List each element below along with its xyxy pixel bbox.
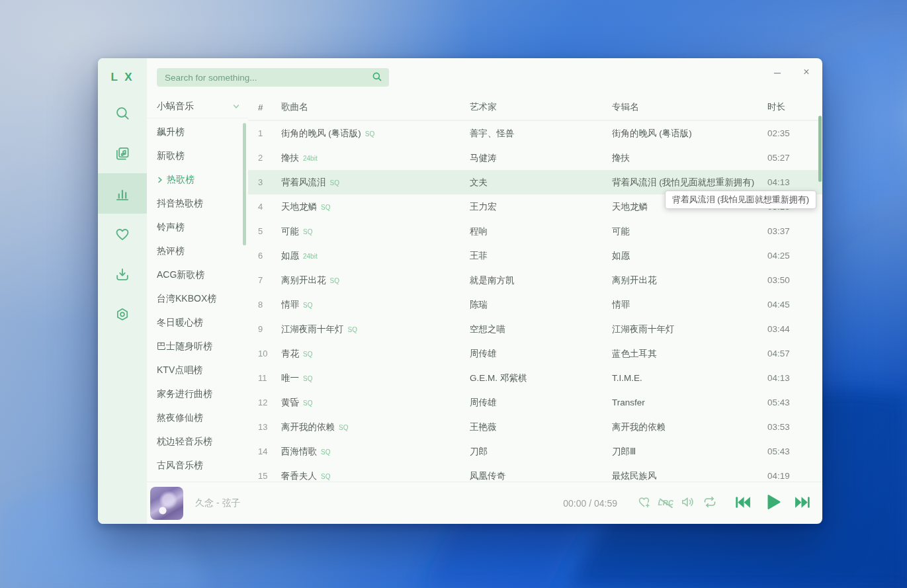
- board-list-item[interactable]: 台湾KKBOX榜: [147, 287, 248, 311]
- song-artist: 陈瑞: [470, 299, 612, 311]
- audio-quality-badge: 24bit: [303, 253, 318, 260]
- board-list-item[interactable]: 枕边轻音乐榜: [147, 430, 248, 454]
- song-name-cell: 天地龙鳞 SQ: [281, 201, 470, 213]
- song-artist: 空想之喵: [470, 323, 612, 335]
- song-album: 刀郎Ⅲ: [612, 446, 767, 458]
- song-artist: 就是南方凯: [470, 274, 612, 286]
- next-track-button[interactable]: [794, 493, 812, 513]
- previous-track-icon: [734, 493, 752, 513]
- nav-leaderboard-button[interactable]: [98, 173, 147, 214]
- song-row[interactable]: 7 离别开出花 SQ 就是南方凯 离别开出花 03:50: [248, 268, 822, 292]
- song-name-cell: 情罪 SQ: [281, 299, 470, 311]
- header-album: 专辑名: [612, 101, 767, 113]
- board-list-item[interactable]: 热歌榜: [147, 168, 248, 192]
- nav-rail: L X: [98, 58, 147, 524]
- audio-quality-badge: SQ: [303, 302, 312, 309]
- board-panel: 小蜗音乐 飙升榜 新歌榜 热歌榜: [147, 95, 248, 482]
- audio-quality-badge: SQ: [303, 375, 312, 382]
- add-to-favorites-button[interactable]: [634, 493, 654, 513]
- nav-settings-button[interactable]: [98, 294, 147, 335]
- player-toggle-icons: LRC: [634, 493, 719, 513]
- song-row[interactable]: 5 可能 SQ 程响 可能 03:37: [248, 219, 822, 243]
- song-row[interactable]: 12 黄昏 SQ 周传雄 Transfer 05:43: [248, 390, 822, 415]
- board-list-item[interactable]: 熬夜修仙榜: [147, 406, 248, 430]
- song-row[interactable]: 6 如愿 24bit 王菲 如愿 04:25: [248, 243, 822, 268]
- board-list-item[interactable]: KTV点唱榜: [147, 358, 248, 382]
- lx-music-window: L X: [98, 58, 822, 524]
- board-list-item-label: 热评榜: [157, 245, 185, 257]
- nav-download-button[interactable]: [98, 254, 147, 294]
- song-row[interactable]: 14 西海情歌 SQ 刀郎 刀郎Ⅲ 05:43: [248, 439, 822, 464]
- board-list-item[interactable]: ACG新歌榜: [147, 263, 248, 287]
- song-row[interactable]: 9 江湖夜雨十年灯 SQ 空想之喵 江湖夜雨十年灯 03:44: [248, 317, 822, 341]
- repeat-mode-button[interactable]: [700, 493, 719, 513]
- song-name-cell: 唯一 SQ: [281, 372, 470, 384]
- song-artist: G.E.M. 邓紫棋: [470, 372, 612, 384]
- heart-plus-icon: [636, 494, 652, 512]
- song-artist: 周传雄: [470, 397, 612, 409]
- leaderboard-chart-icon: [114, 185, 131, 202]
- song-duration: 04:57: [767, 349, 822, 358]
- previous-track-button[interactable]: [734, 493, 752, 513]
- song-album: 蓝色土耳其: [612, 348, 767, 360]
- album-tooltip: 背着风流泪 (我怕见面就想重新拥有): [665, 190, 816, 209]
- board-list-item[interactable]: 热评榜: [147, 239, 248, 263]
- board-list-item-label: 铃声榜: [157, 222, 185, 233]
- download-icon: [114, 266, 131, 283]
- board-list-item[interactable]: 冬日暖心榜: [147, 311, 248, 335]
- song-artist: 王力宏: [470, 201, 612, 213]
- board-list-item[interactable]: 古风音乐榜: [147, 454, 248, 478]
- nav-favorites-button[interactable]: [98, 214, 147, 254]
- search-input[interactable]: [157, 73, 365, 83]
- song-duration: 05:43: [767, 398, 822, 407]
- song-row[interactable]: 1 街角的晚风 (粤语版) SQ 善宇、怪兽 街角的晚风 (粤语版) 02:35: [248, 121, 822, 146]
- song-row[interactable]: 2 搀扶 24bit 马健涛 搀扶 05:27: [248, 146, 822, 170]
- music-source-select[interactable]: 小蜗音乐: [147, 95, 248, 118]
- board-list-item[interactable]: 飙升榜: [147, 120, 248, 144]
- song-name-cell: 奢香夫人 SQ: [281, 470, 470, 482]
- song-name: 西海情歌: [281, 446, 317, 458]
- audio-quality-badge: SQ: [321, 204, 330, 211]
- repeat-loop-icon: [702, 494, 718, 512]
- song-name: 黄昏: [281, 397, 299, 409]
- board-list-scrollbar[interactable]: [243, 123, 246, 245]
- nav-search-button[interactable]: [98, 93, 147, 133]
- song-album: 街角的晚风 (粤语版): [612, 128, 767, 140]
- music-source-label: 小蜗音乐: [157, 101, 194, 112]
- song-artist: 善宇、怪兽: [470, 128, 612, 140]
- nav-songlist-button[interactable]: [98, 133, 147, 173]
- board-list-item[interactable]: 新歌榜: [147, 144, 248, 168]
- song-album: Transfer: [612, 398, 767, 407]
- minimize-button[interactable]: –: [767, 63, 788, 81]
- desktop-lyrics-button[interactable]: LRC: [656, 493, 675, 513]
- song-row[interactable]: 8 情罪 SQ 陈瑞 情罪 04:45: [248, 292, 822, 317]
- song-name: 江湖夜雨十年灯: [281, 323, 344, 335]
- song-name: 情罪: [281, 299, 299, 311]
- board-list-item-label: KTV点唱榜: [157, 364, 202, 376]
- song-duration: 02:35: [767, 128, 822, 138]
- song-index: 11: [248, 373, 281, 383]
- board-list-item[interactable]: 抖音热歌榜: [147, 192, 248, 216]
- search-submit-button[interactable]: [365, 68, 389, 87]
- song-artist: 凤凰传奇: [470, 470, 612, 482]
- board-list-item[interactable]: 家务进行曲榜: [147, 382, 248, 406]
- audio-quality-badge: SQ: [365, 130, 374, 138]
- play-button[interactable]: [763, 492, 783, 514]
- board-list-item-label: 熬夜修仙榜: [157, 412, 203, 424]
- song-name: 街角的晚风 (粤语版): [281, 128, 361, 140]
- volume-button[interactable]: [678, 493, 697, 513]
- song-row[interactable]: 15 奢香夫人 SQ 凤凰传奇 最炫民族风 04:19: [248, 464, 822, 482]
- song-index: 5: [248, 226, 281, 236]
- board-list-item[interactable]: 巴士随身听榜: [147, 335, 248, 358]
- board-list-item[interactable]: 铃声榜: [147, 216, 248, 239]
- song-table-body: 1 街角的晚风 (粤语版) SQ 善宇、怪兽 街角的晚风 (粤语版) 02:35…: [248, 121, 822, 482]
- song-row[interactable]: 10 青花 SQ 周传雄 蓝色土耳其 04:57: [248, 341, 822, 366]
- song-row[interactable]: 11 唯一 SQ G.E.M. 邓紫棋 T.I.M.E. 04:13: [248, 366, 822, 390]
- song-duration: 05:43: [767, 446, 822, 456]
- song-album: 搀扶: [612, 152, 767, 164]
- song-table-scrollbar[interactable]: [818, 116, 822, 182]
- board-list-item-label: 冬日暖心榜: [157, 317, 203, 329]
- close-button[interactable]: ×: [796, 63, 817, 81]
- now-playing-album-art[interactable]: [150, 487, 183, 520]
- song-row[interactable]: 13 离开我的依赖 SQ 王艳薇 离开我的依赖 03:53: [248, 415, 822, 439]
